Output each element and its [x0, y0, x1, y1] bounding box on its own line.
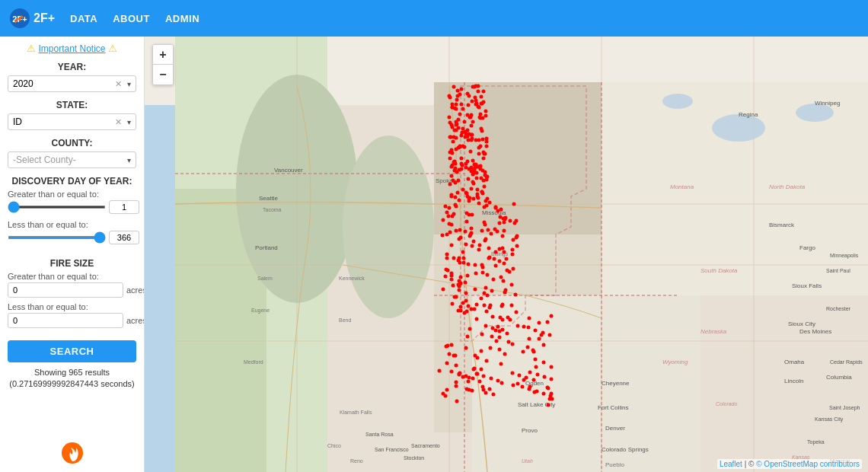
- logo-text: 2F+: [34, 11, 55, 25]
- main-nav: DATA ABOUT ADMIN: [70, 13, 199, 24]
- state-clear-icon[interactable]: ✕: [115, 117, 122, 126]
- svg-text:Omaha: Omaha: [784, 359, 805, 365]
- svg-text:Saint Joseph: Saint Joseph: [829, 405, 860, 411]
- svg-text:Sioux Falls: Sioux Falls: [792, 282, 822, 289]
- svg-point-25: [712, 114, 765, 142]
- navbar: 2F+ 2F+ DATA ABOUT ADMIN: [0, 0, 868, 37]
- svg-text:Stockton: Stockton: [404, 455, 424, 461]
- discovery-lte-label: Less than or equal to:: [8, 220, 136, 229]
- state-arrow-icon: ▾: [127, 118, 131, 126]
- sidebar: ⚠ Important Notice ⚠ YEAR: 2020 ✕ ▾ STAT…: [0, 37, 145, 472]
- fire-size-label: FIRE SIZE: [8, 258, 136, 269]
- svg-text:Seattle: Seattle: [259, 195, 278, 202]
- svg-rect-13: [472, 295, 700, 472]
- svg-text:Salem: Salem: [257, 276, 273, 281]
- svg-text:Santa Rosa: Santa Rosa: [365, 432, 394, 437]
- svg-text:Fort Collins: Fort Collins: [598, 404, 628, 411]
- leaflet-link[interactable]: Leaflet: [720, 460, 742, 468]
- svg-text:Denver: Denver: [605, 425, 625, 432]
- svg-text:Pueblo: Pueblo: [605, 461, 624, 468]
- svg-text:Regina: Regina: [739, 111, 758, 118]
- map-container: Vancouver Seattle Tacoma Portland Salem …: [145, 37, 868, 472]
- state-label: STATE:: [8, 100, 136, 110]
- map-background: Vancouver Seattle Tacoma Portland Salem …: [145, 37, 868, 472]
- discovery-gte-row: 1: [8, 200, 136, 214]
- svg-text:Utah: Utah: [522, 458, 533, 464]
- svg-text:Cedar Rapids: Cedar Rapids: [830, 359, 863, 365]
- svg-text:Kansas City: Kansas City: [815, 416, 844, 423]
- fire-gte-label: Greater than or equal to:: [8, 272, 136, 281]
- discovery-gte-section: Greater than or equal to: 1: [8, 190, 136, 214]
- nav-about[interactable]: ABOUT: [113, 13, 150, 24]
- svg-text:Provo: Provo: [522, 427, 538, 434]
- nav-admin[interactable]: ADMIN: [165, 13, 199, 24]
- important-notice-link[interactable]: Important Notice: [38, 43, 105, 54]
- nav-data[interactable]: DATA: [70, 13, 97, 24]
- year-label: YEAR:: [8, 62, 136, 72]
- state-value: ID: [13, 116, 22, 127]
- county-filter: COUNTY: -Select County- ▾: [8, 138, 136, 168]
- year-value: 2020: [13, 78, 34, 89]
- svg-text:Reno: Reno: [350, 458, 363, 464]
- osm-link[interactable]: © OpenStreetMap contributors: [756, 460, 860, 468]
- search-button[interactable]: SEARCH: [8, 340, 136, 362]
- county-select[interactable]: -Select County- ▾: [8, 151, 136, 168]
- results-info: Showing 965 results (0.27169999992847443…: [8, 367, 136, 391]
- svg-text:Vancouver: Vancouver: [274, 167, 303, 174]
- svg-text:Salt Lake City: Salt Lake City: [518, 401, 555, 408]
- year-clear-icon[interactable]: ✕: [115, 79, 122, 88]
- discovery-gte-label: Greater than or equal to:: [8, 190, 136, 199]
- svg-text:Colorado: Colorado: [716, 401, 738, 407]
- svg-text:North Dakota: North Dakota: [769, 183, 806, 190]
- svg-text:Klamath Falls: Klamath Falls: [340, 410, 372, 415]
- fire-size-filter: FIRE SIZE Greater than or equal to: acre…: [8, 258, 136, 328]
- svg-text:Eugene: Eugene: [251, 308, 270, 314]
- svg-text:Tacoma: Tacoma: [263, 207, 282, 212]
- fire-gte-acres-label: acres: [126, 285, 145, 295]
- zoom-out-button[interactable]: −: [153, 65, 173, 85]
- logo: 2F+ 2F+: [9, 8, 55, 29]
- logo-icon: 2F+: [9, 8, 30, 29]
- discovery-gte-input[interactable]: 1: [109, 200, 139, 214]
- svg-text:Fargo: Fargo: [799, 244, 815, 251]
- results-time: (0.27169999992847443 seconds): [8, 378, 136, 390]
- svg-text:Portland: Portland: [255, 244, 278, 251]
- svg-text:Sacramento: Sacramento: [411, 443, 440, 448]
- fire-lte-label: Less than or equal to:: [8, 302, 136, 311]
- state-select[interactable]: ID ✕ ▾: [8, 113, 136, 130]
- fire-lte-row: acres: [8, 313, 136, 328]
- discovery-gte-slider[interactable]: [8, 206, 106, 209]
- svg-rect-11: [434, 82, 602, 234]
- fire-lte-acres-label: acres: [126, 316, 145, 325]
- svg-text:Lincoln: Lincoln: [784, 378, 803, 384]
- svg-text:Ogden: Ogden: [525, 380, 544, 387]
- year-select[interactable]: 2020 ✕ ▾: [8, 75, 136, 92]
- svg-text:Cheyenne: Cheyenne: [602, 380, 630, 387]
- svg-text:Kennewick: Kennewick: [339, 276, 365, 281]
- zoom-in-button[interactable]: +: [153, 45, 173, 65]
- county-placeholder: -Select County-: [13, 155, 76, 165]
- discovery-lte-section: Less than or equal to: 366: [8, 220, 136, 244]
- results-count: Showing 965 results: [8, 367, 136, 378]
- svg-text:Saint Paul: Saint Paul: [826, 268, 850, 273]
- svg-text:South Dakota: South Dakota: [700, 267, 738, 274]
- svg-text:Colorado Springs: Colorado Springs: [602, 446, 649, 453]
- fire-gte-row: acres: [8, 282, 136, 298]
- fire-logo-bottom: [8, 435, 136, 464]
- county-arrow-icon: ▾: [127, 156, 131, 164]
- map-zoom-controls: + −: [152, 44, 174, 85]
- fire-gte-input[interactable]: [8, 282, 123, 298]
- map-attribution: Leaflet | © © OpenStreetMap contributors: [717, 459, 862, 469]
- fire-lte-input[interactable]: [8, 313, 123, 328]
- svg-point-27: [662, 94, 693, 109]
- discovery-day-filter: DISCOVERY DAY OF YEAR: Greater than or e…: [8, 176, 136, 250]
- svg-text:Minneapolis: Minneapolis: [830, 253, 859, 259]
- discovery-lte-input[interactable]: 366: [109, 231, 139, 244]
- svg-text:Spokane: Spokane: [436, 177, 460, 184]
- svg-text:Billings: Billings: [491, 251, 509, 257]
- svg-text:Bismarck: Bismarck: [769, 222, 795, 228]
- warning-right-icon: ⚠: [108, 43, 117, 54]
- discovery-lte-slider[interactable]: [8, 236, 106, 239]
- svg-text:Nebraska: Nebraska: [700, 328, 727, 335]
- svg-text:Sioux City: Sioux City: [788, 321, 815, 327]
